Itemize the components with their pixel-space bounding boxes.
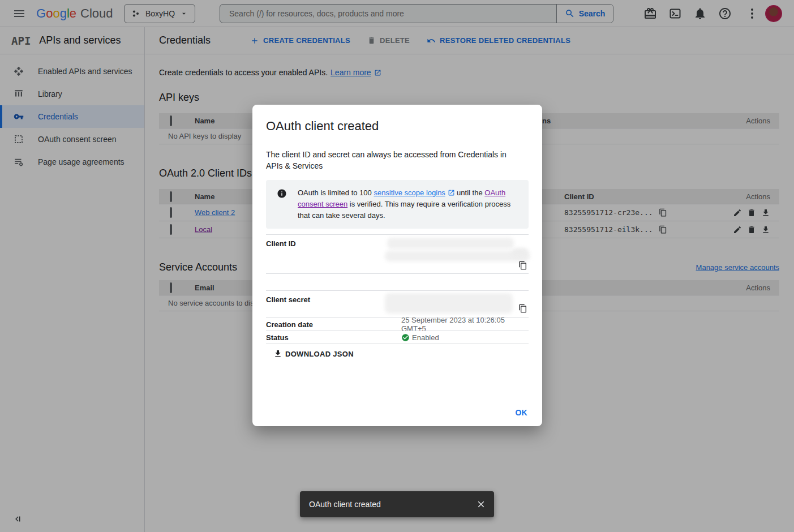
dialog-title: OAuth client created: [266, 118, 529, 134]
client-id-row: Client ID: [266, 234, 529, 273]
spacer-row: [266, 273, 529, 290]
redacted-client-id: [387, 238, 514, 249]
oauth-client-created-dialog: OAuth client created The client ID and s…: [252, 105, 542, 426]
info-icon: [266, 187, 298, 221]
close-icon[interactable]: [476, 499, 486, 509]
download-json-button[interactable]: DOWNLOAD JSON: [273, 349, 354, 358]
copy-client-secret-icon[interactable]: [518, 304, 527, 313]
copy-client-id-icon[interactable]: [518, 261, 527, 270]
creation-date-row: Creation date 25 September 2023 at 10:26…: [266, 318, 529, 331]
notice-box: OAuth is limited to 100 sensitive scope …: [266, 180, 529, 229]
creation-date-label: Creation date: [266, 320, 401, 329]
client-secret-row: Client secret: [266, 290, 529, 318]
status-row: Status Enabled: [266, 331, 529, 344]
redacted-client-id: [512, 248, 528, 258]
ok-button[interactable]: OK: [515, 408, 527, 417]
download-icon: [273, 349, 282, 358]
toast-message: OAuth client created: [309, 500, 381, 509]
snackbar-toast: OAuth client created: [300, 491, 494, 517]
redacted-client-secret: [385, 293, 513, 314]
dialog-description: The client ID and secret can always be a…: [266, 149, 522, 171]
status-label: Status: [266, 333, 401, 342]
notice-text: OAuth is limited to 100 sensitive scope …: [298, 187, 520, 221]
redacted-client-id: [385, 251, 530, 261]
external-link-icon: [448, 189, 455, 196]
status-value: Enabled: [412, 333, 439, 342]
sensitive-scope-logins-link[interactable]: sensitive scope logins: [374, 188, 445, 197]
client-details: Client ID Client secret Creation date 25…: [266, 234, 529, 344]
check-circle-icon: [401, 333, 410, 342]
